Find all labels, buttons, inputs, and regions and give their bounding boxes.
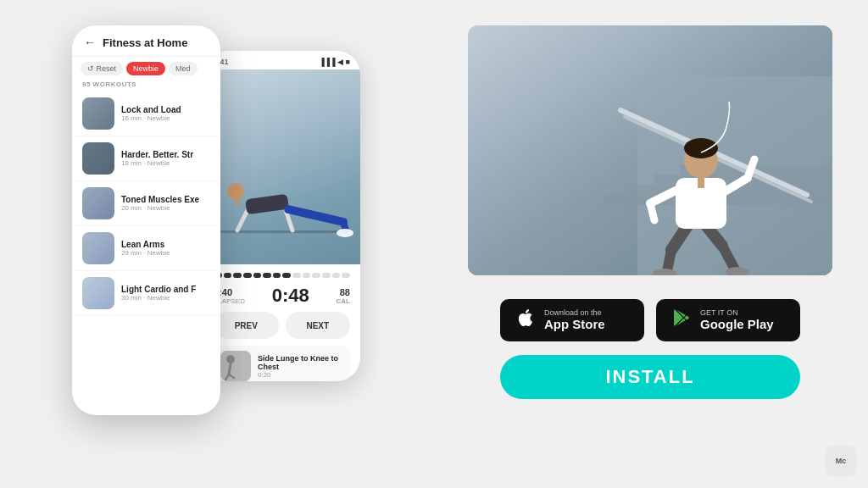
workout-title: Harder. Better. Str — [121, 150, 193, 159]
progress-seg-11 — [312, 273, 320, 278]
workout-controls: PREV NEXT — [214, 312, 350, 339]
phone-back-status-bar: 9:41 ▐▐▐ ◀ ■ — [203, 51, 360, 69]
svg-point-6 — [227, 183, 244, 200]
list-item[interactable]: Lock and Load 16 min · Newbie — [72, 92, 220, 136]
progress-seg-2 — [224, 273, 232, 278]
svg-point-8 — [337, 229, 353, 237]
workout-meta: 16 min · Newbie — [121, 114, 181, 122]
svg-line-30 — [650, 203, 654, 220]
workout-thumbnail — [82, 187, 114, 219]
mac-badge: Mc — [826, 446, 856, 476]
phone-back-mockup: 9:41 ▐▐▐ ◀ ■ ✕ — [203, 51, 360, 381]
next-exercise-info: Side Lunge to Knee to Chest 0:20 — [258, 354, 343, 379]
screen-title: Fitness at Home — [103, 36, 187, 49]
progress-seg-14 — [342, 273, 350, 278]
phone-front-mockup: ← Fitness at Home ↺ Reset Newbie Med 95 … — [72, 25, 220, 415]
progress-seg-6 — [263, 273, 271, 278]
workout-title: Lock and Load — [121, 105, 181, 114]
workout-title: Toned Muscles Exe — [121, 195, 199, 204]
progress-bar — [214, 273, 350, 278]
svg-rect-3 — [245, 194, 289, 215]
workout-thumbnail — [82, 142, 114, 175]
workout-info: Lock and Load 16 min · Newbie — [121, 105, 181, 122]
workout-meta: 20 min · Newbie — [121, 204, 199, 212]
calories-stat: 88 CAL — [337, 287, 350, 305]
workouts-count: 95 WORKOUTS — [72, 80, 220, 92]
back-arrow-icon[interactable]: ← — [84, 36, 96, 49]
progress-seg-7 — [273, 273, 281, 278]
next-exercise-preview: Side Lunge to Knee to Chest 0:20 — [214, 346, 350, 381]
filter-newbie-button[interactable]: Newbie — [126, 62, 165, 75]
progress-seg-5 — [253, 273, 262, 278]
google-play-logo-icon — [671, 308, 692, 328]
svg-line-4 — [288, 209, 343, 222]
workout-info: Harder. Better. Str 18 min · Newbie — [121, 150, 193, 167]
svg-point-35 — [684, 138, 718, 158]
workout-stats: 6:40 ELAPSED 0:48 88 CAL — [214, 285, 350, 307]
svg-line-11 — [229, 363, 231, 374]
filter-med-button[interactable]: Med — [169, 62, 198, 75]
workout-thumbnail — [82, 232, 114, 264]
workout-info: Light Cardio and F 30 min · Newbie — [121, 285, 196, 302]
progress-section: 6:40 ELAPSED 0:48 88 CAL PREV NEXT — [203, 264, 360, 381]
google-play-icon — [671, 308, 692, 333]
right-panel: Download on the App Store GET IT ON Goog… — [432, 0, 868, 488]
timer-display: 0:48 — [272, 285, 309, 307]
workout-meta: 18 min · Newbie — [121, 159, 193, 167]
exercise-thumb-icon — [220, 351, 251, 381]
app-store-button[interactable]: Download on the App Store — [500, 299, 644, 341]
list-item[interactable]: Toned Muscles Exe 20 min · Newbie — [72, 181, 220, 226]
progress-seg-10 — [303, 273, 311, 278]
hero-photo — [468, 25, 832, 275]
svg-point-10 — [226, 355, 235, 363]
workout-info: Lean Arms 29 min · Newbie — [121, 240, 170, 257]
workout-title: Lean Arms — [121, 240, 170, 249]
workout-meta: 29 min · Newbie — [121, 249, 170, 257]
list-item[interactable]: Lean Arms 29 min · Newbie — [72, 226, 220, 271]
filter-reset-button[interactable]: ↺ Reset — [81, 62, 123, 75]
filter-row: ↺ Reset Newbie Med — [72, 57, 220, 80]
progress-seg-8 — [282, 273, 291, 278]
workout-exercise-illustration — [203, 69, 360, 264]
progress-seg-4 — [243, 273, 252, 278]
progress-seg-9 — [292, 273, 301, 278]
next-exercise-thumbnail — [220, 351, 251, 381]
workout-thumbnail — [82, 97, 114, 130]
store-buttons-container: Download on the App Store GET IT ON Goog… — [500, 299, 800, 341]
next-button[interactable]: NEXT — [286, 312, 351, 339]
workout-list: Lock and Load 16 min · Newbie Harder. Be… — [72, 92, 220, 316]
workout-info: Toned Muscles Exe 20 min · Newbie — [121, 195, 199, 212]
app-store-text: Download on the App Store — [544, 308, 605, 333]
prev-button[interactable]: PREV — [214, 312, 279, 339]
install-button[interactable]: INSTALL — [500, 355, 800, 399]
workout-preview-image — [203, 69, 360, 264]
workout-meta: 30 min · Newbie — [121, 294, 196, 302]
hero-illustration — [468, 25, 832, 275]
left-panel: 9:41 ▐▐▐ ◀ ■ ✕ — [0, 0, 432, 488]
google-play-text: GET IT ON Google Play — [700, 308, 774, 333]
workout-title: Light Cardio and F — [121, 285, 196, 294]
svg-line-7 — [236, 200, 239, 205]
svg-line-23 — [667, 250, 671, 271]
progress-seg-3 — [233, 273, 242, 278]
phone-front-header: ← Fitness at Home — [72, 25, 220, 57]
progress-seg-12 — [322, 273, 331, 278]
list-item[interactable]: Harder. Better. Str 18 min · Newbie — [72, 136, 220, 181]
list-item[interactable]: Light Cardio and F 30 min · Newbie — [72, 271, 220, 316]
apple-logo-icon — [515, 308, 536, 328]
status-icons: ▐▐▐ ◀ ■ — [319, 58, 350, 66]
progress-seg-13 — [332, 273, 341, 278]
workout-thumbnail — [82, 277, 114, 309]
google-play-button[interactable]: GET IT ON Google Play — [656, 299, 800, 341]
svg-rect-9 — [220, 351, 251, 381]
apple-icon — [515, 308, 536, 333]
